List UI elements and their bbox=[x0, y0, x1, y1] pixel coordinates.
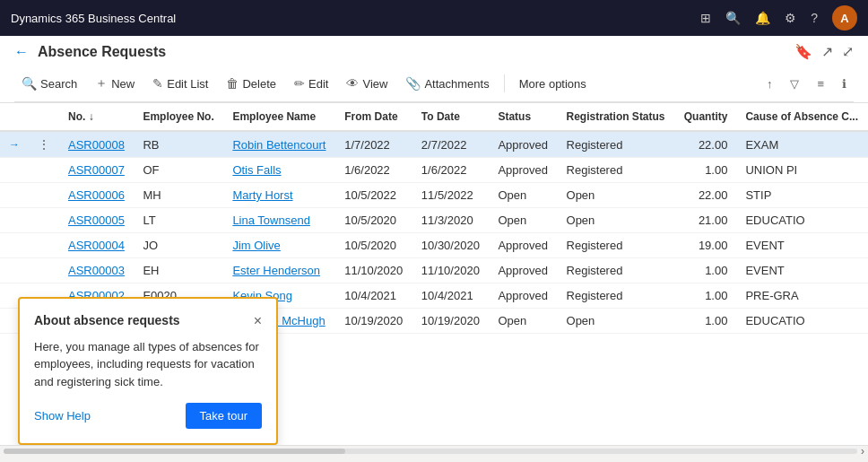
col-status[interactable]: Status bbox=[489, 103, 557, 131]
filter-icon: ▽ bbox=[790, 77, 799, 91]
help-icon[interactable]: ? bbox=[811, 11, 818, 25]
app-title: Dynamics 365 Business Central bbox=[11, 12, 690, 25]
bell-icon[interactable]: 🔔 bbox=[755, 11, 770, 25]
info-icon: ℹ bbox=[842, 77, 846, 91]
table-row[interactable]: ASR00007 OF Otis Falls 1/6/2022 1/6/2022… bbox=[0, 158, 868, 183]
emp-name[interactable]: Ester Henderson bbox=[223, 258, 335, 283]
row-dots[interactable] bbox=[29, 233, 59, 258]
col-no[interactable]: No. ↓ bbox=[59, 103, 134, 131]
attachments-button[interactable]: 📎 Attachments bbox=[398, 72, 496, 95]
share-button[interactable]: ↑ bbox=[760, 73, 780, 95]
delete-button[interactable]: 🗑 Delete bbox=[219, 72, 283, 95]
search-nav-icon[interactable]: 🔍 bbox=[725, 11, 741, 25]
scroll-bar-thumb[interactable] bbox=[4, 449, 345, 454]
to-date: 2/7/2022 bbox=[412, 131, 490, 158]
layout-button[interactable]: ≡ bbox=[810, 73, 831, 95]
scroll-right-arrow[interactable]: › bbox=[861, 445, 864, 458]
info-button[interactable]: ℹ bbox=[835, 73, 854, 95]
col-cause[interactable]: Cause of Absence C... bbox=[736, 103, 868, 131]
scroll-bar-track[interactable] bbox=[4, 449, 857, 454]
quantity: 1.00 bbox=[674, 158, 736, 183]
col-emp-name[interactable]: Employee Name bbox=[223, 103, 335, 131]
more-options-button[interactable]: More options bbox=[512, 73, 594, 95]
quantity: 21.00 bbox=[674, 208, 736, 233]
row-arrow bbox=[0, 158, 29, 183]
breadcrumb-left: ← Absence Requests bbox=[14, 44, 166, 60]
record-no[interactable]: ASR00007 bbox=[59, 158, 134, 183]
row-arrow: → bbox=[0, 131, 29, 158]
edit-list-icon: ✎ bbox=[152, 76, 163, 91]
bookmark-icon[interactable]: 🔖 bbox=[794, 43, 812, 60]
emp-name[interactable]: Lina Townsend bbox=[223, 208, 335, 233]
emp-name[interactable]: Marty Horst bbox=[223, 183, 335, 208]
row-arrow bbox=[0, 208, 29, 233]
record-no[interactable]: ASR00003 bbox=[59, 258, 134, 283]
record-no[interactable]: ASR00005 bbox=[59, 208, 134, 233]
settings-icon[interactable]: ⚙ bbox=[785, 11, 796, 25]
take-tour-button[interactable]: Take tour bbox=[186, 403, 262, 429]
row-dots[interactable] bbox=[29, 158, 59, 183]
to-date: 1/6/2022 bbox=[412, 158, 490, 183]
row-dots[interactable]: ⋮ bbox=[29, 131, 59, 158]
table-row[interactable]: ASR00005 LT Lina Townsend 10/5/2020 11/3… bbox=[0, 208, 868, 233]
emp-name[interactable]: Otis Falls bbox=[223, 158, 335, 183]
col-to-date[interactable]: To Date bbox=[412, 103, 490, 131]
table-row[interactable]: ASR00003 EH Ester Henderson 11/10/2020 1… bbox=[0, 258, 868, 283]
record-no[interactable]: ASR00004 bbox=[59, 233, 134, 258]
status: Open bbox=[489, 183, 557, 208]
reg-status: Registered bbox=[558, 283, 675, 309]
to-date: 10/4/2021 bbox=[412, 283, 490, 309]
status: Open bbox=[489, 208, 557, 233]
from-date: 1/7/2022 bbox=[335, 131, 412, 158]
emp-no: RB bbox=[134, 131, 223, 158]
expand-icon[interactable]: ⤢ bbox=[842, 43, 854, 60]
attachment-icon: 📎 bbox=[405, 76, 421, 91]
record-no[interactable]: ASR00008 bbox=[59, 131, 134, 158]
record-no[interactable]: ASR00006 bbox=[59, 183, 134, 208]
col-qty[interactable]: Quantity bbox=[674, 103, 736, 131]
row-dots[interactable] bbox=[29, 208, 59, 233]
from-date: 10/4/2021 bbox=[335, 283, 412, 309]
col-from-date[interactable]: From Date bbox=[335, 103, 412, 131]
show-help-link[interactable]: Show Help bbox=[34, 409, 91, 423]
back-button[interactable]: ← bbox=[14, 44, 29, 60]
toolbar-separator bbox=[504, 74, 505, 92]
filter-button[interactable]: ▽ bbox=[783, 73, 806, 95]
quantity: 22.00 bbox=[674, 183, 736, 208]
emp-name[interactable]: Robin Bettencourt bbox=[223, 131, 335, 158]
col-emp-no[interactable]: Employee No. bbox=[134, 103, 223, 131]
col-reg-status[interactable]: Registration Status bbox=[558, 103, 675, 131]
table-row[interactable]: ASR00006 MH Marty Horst 10/5/2022 11/5/2… bbox=[0, 183, 868, 208]
toolbar: 🔍 Search ＋ New ✎ Edit List 🗑 Delete ✏ Ed… bbox=[14, 65, 854, 102]
to-date: 10/30/2020 bbox=[412, 233, 490, 258]
table-row[interactable]: ASR00004 JO Jim Olive 10/5/2020 10/30/20… bbox=[0, 233, 868, 258]
table-row[interactable]: → ⋮ ASR00008 RB Robin Bettencourt 1/7/20… bbox=[0, 131, 868, 158]
row-arrow bbox=[0, 258, 29, 283]
share-icon[interactable]: ↗ bbox=[821, 43, 833, 60]
row-dots[interactable] bbox=[29, 183, 59, 208]
edit-button[interactable]: ✏ Edit bbox=[287, 72, 335, 95]
reg-status: Registered bbox=[558, 233, 675, 258]
pages-icon[interactable]: ⊞ bbox=[700, 11, 711, 25]
status: Approved bbox=[489, 258, 557, 283]
user-avatar[interactable]: A bbox=[832, 5, 857, 31]
cause: EXAM bbox=[736, 131, 868, 158]
tooltip-body: Here, you manage all types of absences f… bbox=[34, 338, 262, 391]
from-date: 10/5/2020 bbox=[335, 208, 412, 233]
quantity: 1.00 bbox=[674, 309, 736, 334]
from-date: 10/19/2020 bbox=[335, 309, 412, 334]
cause: PRE-GRA bbox=[736, 283, 868, 309]
new-button[interactable]: ＋ New bbox=[88, 71, 142, 96]
view-icon: 👁 bbox=[346, 76, 359, 91]
view-button[interactable]: 👁 View bbox=[339, 72, 395, 95]
search-button[interactable]: 🔍 Search bbox=[14, 72, 84, 95]
emp-no: OF bbox=[134, 158, 223, 183]
table-header-row: No. ↓ Employee No. Employee Name From Da… bbox=[0, 103, 868, 131]
emp-no: JO bbox=[134, 233, 223, 258]
row-dots[interactable] bbox=[29, 258, 59, 283]
cause: EVENT bbox=[736, 233, 868, 258]
edit-list-button[interactable]: ✎ Edit List bbox=[145, 72, 215, 95]
emp-name[interactable]: Jim Olive bbox=[223, 233, 335, 258]
status: Approved bbox=[489, 233, 557, 258]
tooltip-close-button[interactable]: × bbox=[254, 313, 262, 329]
